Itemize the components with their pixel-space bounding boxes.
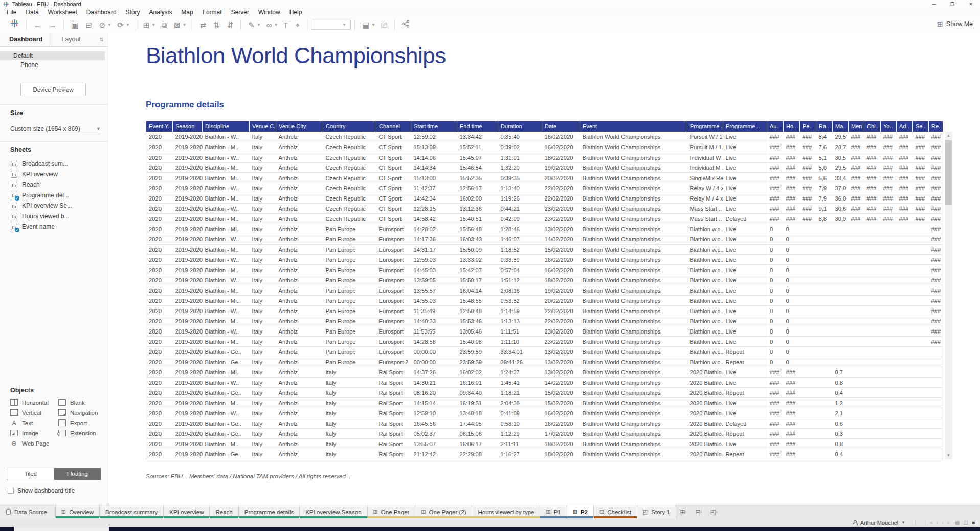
cell[interactable]: Antholz bbox=[276, 265, 323, 275]
cell[interactable]: ### bbox=[767, 439, 784, 449]
cell[interactable]: ### bbox=[881, 132, 897, 142]
cell[interactable]: 2019-2020 bbox=[173, 173, 203, 183]
cell[interactable]: ### bbox=[784, 132, 800, 142]
tab-kpi-overview-season[interactable]: KPI overview Season bbox=[300, 505, 367, 518]
sort-ascending-icon[interactable]: ⇅ bbox=[210, 19, 224, 31]
cell[interactable]: 16/02/2020 bbox=[542, 418, 580, 429]
cell[interactable]: Live bbox=[723, 265, 767, 275]
cell[interactable] bbox=[881, 224, 897, 234]
cell[interactable]: 0:53:52 bbox=[498, 296, 542, 306]
cell[interactable]: Relay M / 4 x .. bbox=[687, 193, 723, 204]
cell[interactable] bbox=[864, 306, 881, 316]
cell[interactable]: 0 bbox=[784, 296, 800, 306]
cell[interactable]: Biathlon World Championships bbox=[580, 429, 687, 439]
cell[interactable]: 2020 bbox=[146, 357, 173, 367]
chevron-down-icon[interactable]: ▼ bbox=[274, 23, 280, 27]
cell[interactable]: 19/02/2020 bbox=[542, 163, 580, 173]
cell[interactable]: ### bbox=[784, 378, 800, 388]
cell[interactable]: Biathlon - M.. bbox=[203, 142, 250, 152]
cell[interactable]: 0 bbox=[767, 347, 784, 357]
cell[interactable]: Italy bbox=[250, 142, 276, 152]
cell[interactable] bbox=[816, 255, 833, 265]
cell[interactable]: 15:40:51 bbox=[457, 214, 498, 224]
cell[interactable]: 7,9 bbox=[816, 193, 833, 204]
cell[interactable]: Pan Europe bbox=[323, 234, 376, 245]
cell[interactable]: 06:15:06 bbox=[457, 429, 498, 439]
cell[interactable] bbox=[816, 408, 833, 418]
cell[interactable] bbox=[816, 316, 833, 326]
cell[interactable]: Biathlon World Championships bbox=[580, 132, 687, 142]
cell[interactable]: 0:57:04 bbox=[498, 265, 542, 275]
cell[interactable] bbox=[833, 337, 849, 347]
cell[interactable]: Italy bbox=[250, 306, 276, 316]
cell[interactable]: Biathlon - Ge.. bbox=[203, 449, 250, 459]
cell[interactable]: Eurosport bbox=[376, 265, 411, 275]
cell[interactable]: 11:53:55 bbox=[411, 326, 457, 337]
cell[interactable]: 23:59:59 bbox=[457, 357, 498, 367]
cell[interactable]: ### bbox=[929, 326, 943, 337]
cell[interactable] bbox=[800, 224, 816, 234]
cell[interactable] bbox=[849, 296, 864, 306]
cell[interactable]: ### bbox=[800, 183, 816, 193]
column-header-ra[interactable]: Ra.. bbox=[816, 121, 833, 132]
cell[interactable]: 1:18:21 bbox=[498, 388, 542, 398]
device-item-phone[interactable]: Phone bbox=[0, 60, 105, 70]
cell[interactable]: 12:59:03 bbox=[411, 255, 457, 265]
column-header-season[interactable]: Season bbox=[173, 121, 203, 132]
cell[interactable]: Biathlon - Mi.. bbox=[203, 296, 250, 306]
cell[interactable]: 0,4 bbox=[833, 449, 849, 459]
cell[interactable]: 16:19:51 bbox=[457, 398, 498, 408]
fix-axes-icon[interactable]: ⌖ bbox=[292, 19, 303, 31]
cell[interactable]: Eurosport bbox=[376, 337, 411, 347]
cell[interactable]: 22/02/2020 bbox=[542, 193, 580, 204]
cell[interactable]: 2019-2020 bbox=[173, 337, 203, 347]
cell[interactable]: 0 bbox=[767, 275, 784, 285]
cell[interactable]: 18/02/2020 bbox=[542, 152, 580, 163]
cell[interactable]: Pan Europe bbox=[323, 255, 376, 265]
cell[interactable]: 0,6 bbox=[833, 418, 849, 429]
cell[interactable]: CT Sport bbox=[376, 193, 411, 204]
cell[interactable]: 1:14:59 bbox=[498, 306, 542, 316]
cell[interactable] bbox=[913, 316, 929, 326]
cell[interactable]: ### bbox=[767, 378, 784, 388]
cell[interactable] bbox=[864, 408, 881, 418]
cell[interactable]: 2020 bbox=[146, 326, 173, 337]
cell[interactable] bbox=[864, 398, 881, 408]
menu-file[interactable]: File bbox=[2, 8, 21, 17]
cell[interactable] bbox=[881, 296, 897, 306]
cell[interactable]: 2:11:11 bbox=[498, 439, 542, 449]
cell[interactable]: 33,4 bbox=[833, 173, 849, 183]
cell[interactable]: 22/02/2020 bbox=[542, 183, 580, 193]
filmstrip-view-icon[interactable]: ◫ bbox=[964, 520, 968, 525]
cell[interactable]: Biathlon World Championships bbox=[580, 439, 687, 449]
cell[interactable]: Biathlon World Championships bbox=[580, 347, 687, 357]
cell[interactable]: 2019-2020 bbox=[173, 306, 203, 316]
cell[interactable] bbox=[913, 275, 929, 285]
cell[interactable]: 14:30:21 bbox=[411, 378, 457, 388]
cell[interactable]: ### bbox=[767, 398, 784, 408]
cell[interactable] bbox=[864, 316, 881, 326]
cell[interactable] bbox=[864, 449, 881, 459]
cell[interactable]: 2020 bbox=[146, 163, 173, 173]
cell[interactable]: 0 bbox=[784, 275, 800, 285]
cell[interactable]: ### bbox=[897, 152, 913, 163]
size-select[interactable]: Custom size (1654 x 869) ▼ bbox=[10, 124, 101, 134]
cell[interactable]: 16:02:02 bbox=[457, 367, 498, 378]
cell[interactable]: ### bbox=[897, 132, 913, 142]
cell[interactable]: 36,0 bbox=[833, 193, 849, 204]
cell[interactable]: ### bbox=[864, 152, 881, 163]
cell[interactable]: 1:18:52 bbox=[498, 245, 542, 255]
cell[interactable]: 2019-2020 bbox=[173, 255, 203, 265]
cell[interactable] bbox=[864, 378, 881, 388]
cell[interactable]: 13:55:57 bbox=[411, 285, 457, 296]
cell[interactable]: 15:52:35 bbox=[457, 173, 498, 183]
cell[interactable]: 23:59:59 bbox=[457, 347, 498, 357]
chevron-down-icon[interactable]: ▼ bbox=[257, 23, 263, 27]
cell[interactable]: 0 bbox=[784, 357, 800, 367]
cell[interactable]: Individual M .. bbox=[687, 163, 723, 173]
cell[interactable] bbox=[897, 429, 913, 439]
device-item-default[interactable]: Default bbox=[0, 51, 105, 60]
tab-checklist[interactable]: ⊞Checklist bbox=[594, 505, 637, 518]
cell[interactable]: 21:12:42 bbox=[411, 449, 457, 459]
cell[interactable]: ### bbox=[784, 142, 800, 152]
